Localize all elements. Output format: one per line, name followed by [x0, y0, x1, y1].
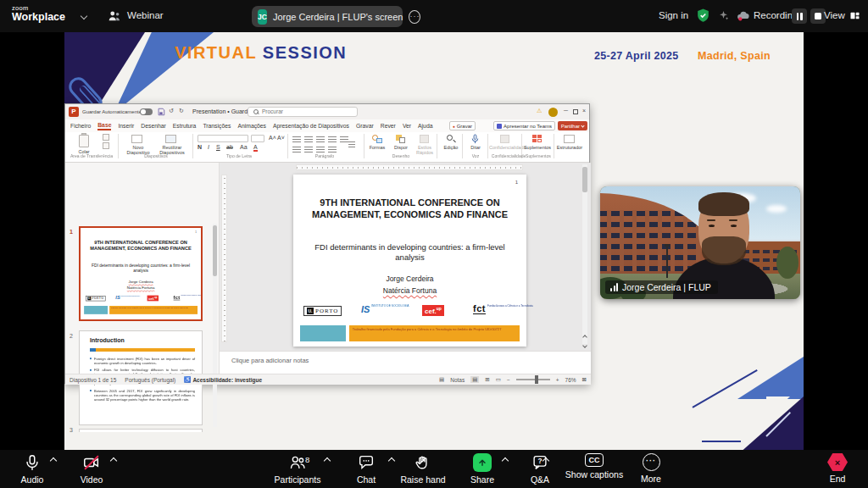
language-indicator[interactable]: Português (Portugal)	[125, 377, 175, 383]
raise-hand-button[interactable]: Raise hand	[393, 453, 453, 485]
line-spacing-icon[interactable]	[340, 136, 348, 142]
security-shield-icon[interactable]	[695, 8, 711, 24]
tab-more-options-icon[interactable]: ···	[409, 10, 420, 24]
menu-ficheiro[interactable]: Ficheiro	[70, 123, 91, 129]
pause-recording-button[interactable]	[792, 8, 807, 24]
reading-view-icon[interactable]: ▭	[496, 376, 501, 383]
normal-view-icon[interactable]: ▤	[470, 376, 479, 383]
font-size-select[interactable]	[251, 135, 264, 142]
addins-button[interactable]: Suplementos	[523, 145, 552, 150]
shapes-icon[interactable]	[372, 135, 382, 143]
menu-rever[interactable]: Rever	[381, 123, 396, 129]
underline-button[interactable]: S	[216, 144, 220, 150]
align-left-icon[interactable]	[292, 146, 301, 152]
numbering-icon[interactable]	[304, 136, 313, 142]
present-in-teams-button[interactable]: Apresentar no Teams	[493, 121, 555, 130]
align-right-icon[interactable]	[316, 146, 325, 152]
menu-gravar[interactable]: Gravar	[356, 123, 374, 129]
reuse-slides-icon[interactable]	[165, 135, 176, 143]
text-direction-icon[interactable]	[348, 141, 355, 147]
menu-ajuda[interactable]: Ajuda	[418, 123, 432, 129]
thumbnail-scrollbar[interactable]	[213, 224, 217, 427]
slide-subtitle[interactable]: FDI determinants in developing countries…	[314, 242, 506, 263]
save-icon[interactable]	[157, 108, 165, 116]
chevron-down-icon[interactable]	[81, 13, 87, 19]
paste-icon[interactable]	[79, 135, 89, 147]
show-captions-button[interactable]: CC Show captions	[565, 453, 624, 480]
italic-button[interactable]: I	[208, 144, 209, 150]
maximize-button[interactable]	[573, 109, 578, 114]
notes-placeholder[interactable]: Clique para adicionar notas	[231, 357, 309, 364]
menu-ver[interactable]: Ver	[403, 123, 411, 129]
dictate-mic-icon[interactable]	[470, 134, 480, 145]
main-slide[interactable]: 1 9TH INTERNATIONAL CONFERENCE ON MANAGE…	[293, 175, 526, 347]
slide-3-thumbnail[interactable]	[79, 429, 203, 432]
participant-video-tile[interactable]: Jorge Cerdeira | FLUP	[600, 186, 800, 299]
justify-icon[interactable]	[328, 146, 337, 152]
addins-icon[interactable]	[532, 135, 542, 143]
bullets-icon[interactable]	[292, 136, 301, 142]
ai-sparkle-icon[interactable]	[717, 9, 730, 22]
shapes-button[interactable]: Formas	[365, 145, 389, 150]
strikethrough-button[interactable]: ab	[226, 144, 233, 150]
close-button[interactable]: ×	[582, 108, 586, 114]
notes-toggle-button[interactable]: Notas	[450, 377, 465, 383]
sensitivity-button[interactable]: Confidencialidade	[489, 145, 521, 150]
accessibility-status[interactable]: Acessibilidade: investigue	[192, 377, 262, 383]
arrange-icon[interactable]	[396, 135, 406, 143]
slide-scrollbar[interactable]	[582, 164, 587, 344]
indent-increase-icon[interactable]	[328, 136, 337, 142]
view-button[interactable]: View	[824, 10, 845, 20]
record-button[interactable]: ● Gravar	[449, 121, 476, 130]
menu-base[interactable]: Base	[97, 122, 111, 130]
menu-inserir[interactable]: Inserir	[118, 123, 134, 129]
qa-button[interactable]: ? Q&A	[510, 453, 570, 485]
slide-author-2[interactable]: Natércia Fortuna	[293, 286, 526, 295]
grow-font-button[interactable]: A˄	[269, 135, 276, 141]
minimize-button[interactable]: ─	[564, 108, 568, 114]
font-name-select[interactable]	[198, 135, 248, 142]
share-presentation-button[interactable]: Partilhar	[558, 121, 587, 130]
zoom-in-button[interactable]: +	[556, 377, 559, 383]
new-slide-icon[interactable]	[131, 135, 142, 143]
menu-desenhar[interactable]: Desenhar	[141, 123, 165, 129]
designer-button[interactable]: Estruturador	[555, 145, 584, 150]
align-center-icon[interactable]	[304, 146, 313, 152]
cut-icon[interactable]	[103, 134, 109, 141]
menu-transicoes[interactable]: Transições	[203, 123, 231, 129]
bold-button[interactable]: N	[198, 144, 202, 150]
menu-estrutura[interactable]: Estrutura	[173, 123, 197, 129]
participants-button[interactable]: 8 Participants	[268, 453, 327, 485]
font-color-button[interactable]: A	[253, 144, 258, 152]
change-case-button[interactable]: Aa	[240, 144, 248, 150]
chat-button[interactable]: Chat	[337, 453, 396, 485]
zoom-out-button[interactable]: −	[507, 377, 510, 383]
redo-icon[interactable]: ↻	[179, 108, 184, 114]
fit-slide-icon[interactable]: ⊠	[582, 376, 587, 383]
arrange-button[interactable]: Dispor	[389, 145, 413, 150]
end-meeting-button[interactable]: × End	[808, 453, 867, 484]
shared-screen-tab[interactable]: JC Jorge Cerdeira | FLUP's screen ···	[252, 6, 403, 27]
copy-icon[interactable]	[103, 142, 109, 149]
search-input[interactable]: Procurar	[248, 107, 358, 117]
quick-styles-icon[interactable]	[420, 135, 429, 143]
slide-sorter-icon[interactable]: ⊞	[485, 376, 489, 383]
indent-decrease-icon[interactable]	[316, 136, 325, 142]
next-slide-button[interactable]	[582, 343, 587, 348]
editing-button[interactable]: Edição	[440, 145, 462, 150]
menu-animacoes[interactable]: Animações	[237, 123, 266, 129]
sensitivity-icon[interactable]	[500, 135, 509, 143]
zoom-percentage[interactable]: 76%	[565, 377, 576, 383]
shrink-font-button[interactable]: A˅	[277, 135, 285, 141]
warning-icon[interactable]: ⚠	[537, 108, 542, 114]
notes-icon[interactable]: ▤	[439, 376, 444, 383]
notes-pane[interactable]: Clique para adicionar notas	[220, 351, 591, 374]
slide-1-thumbnail[interactable]: 1 9TH INTERNATIONAL CONFERENCE ON MANAGE…	[79, 226, 203, 321]
menu-apresentacao[interactable]: Apresentação de Diapositivos	[273, 123, 349, 129]
designer-icon[interactable]	[564, 135, 575, 143]
dictate-button[interactable]: Ditar	[465, 145, 486, 150]
slide-author-1[interactable]: Jorge Cerdeira	[293, 274, 526, 283]
sign-in-button[interactable]: Sign in	[659, 10, 688, 20]
more-button[interactable]: ··· More	[621, 453, 681, 484]
slide-title[interactable]: 9TH INTERNATIONAL CONFERENCE ON MANAGEME…	[309, 197, 511, 221]
